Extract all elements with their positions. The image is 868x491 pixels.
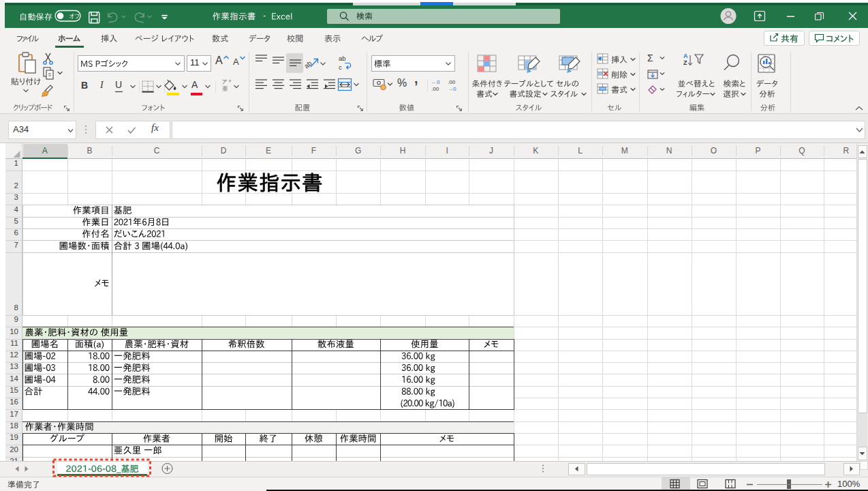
svg-text:ab: ab [339, 55, 346, 62]
svg-text:.00: .00 [448, 79, 456, 85]
svg-text:←0: ←0 [431, 79, 440, 85]
svg-text:.00: .00 [431, 86, 439, 92]
svg-text:ab: ab [303, 59, 313, 70]
svg-text:→0: →0 [448, 86, 456, 92]
svg-text:c: c [339, 63, 342, 71]
